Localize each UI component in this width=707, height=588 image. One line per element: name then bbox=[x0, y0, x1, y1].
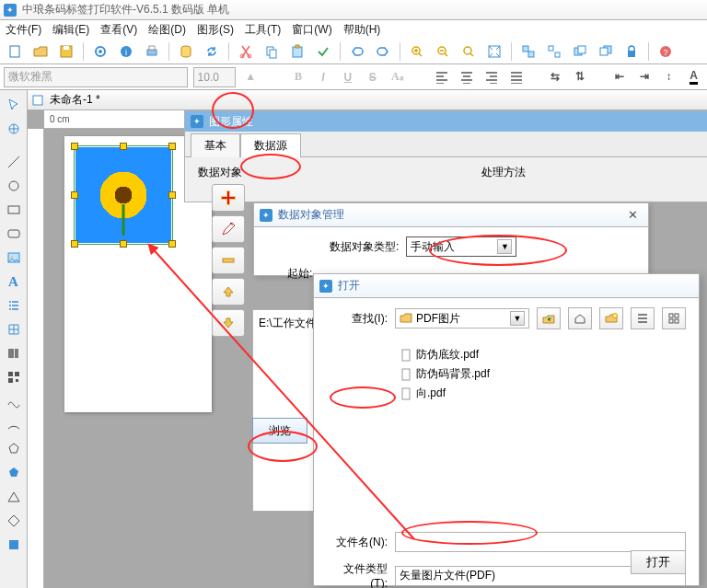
new-folder-button[interactable] bbox=[599, 307, 623, 329]
redo-button[interactable] bbox=[372, 40, 394, 63]
data-remove-button[interactable] bbox=[212, 247, 245, 274]
dom-close-button[interactable]: ✕ bbox=[622, 207, 643, 224]
italic-button[interactable]: I bbox=[313, 67, 332, 87]
strike-button[interactable]: S bbox=[363, 67, 382, 87]
menu-shape[interactable]: 图形(S) bbox=[197, 22, 234, 38]
handle-ml[interactable] bbox=[71, 191, 78, 199]
handle-mr[interactable] bbox=[168, 191, 176, 199]
underline-button[interactable]: U bbox=[338, 67, 357, 87]
subscript-button[interactable]: Aₐ bbox=[388, 67, 407, 87]
zoom-fit-button[interactable] bbox=[458, 40, 480, 63]
browse-button[interactable]: 浏览 bbox=[252, 418, 307, 444]
selection-box[interactable] bbox=[74, 145, 173, 245]
text-vertical-button[interactable]: ↕ bbox=[659, 67, 678, 87]
select-tool[interactable] bbox=[3, 94, 25, 116]
home-button[interactable] bbox=[568, 307, 592, 329]
open-button[interactable] bbox=[29, 40, 52, 63]
data-add-button[interactable] bbox=[212, 184, 245, 212]
align-justify-button[interactable] bbox=[506, 67, 526, 87]
save-button[interactable] bbox=[55, 40, 77, 63]
file-item[interactable]: 防伪底纹.pdf bbox=[400, 347, 681, 363]
database-button[interactable] bbox=[175, 40, 197, 63]
zoom-actual-button[interactable] bbox=[483, 40, 505, 63]
barcode-tool[interactable] bbox=[3, 342, 25, 364]
document-tab[interactable]: 未命名-1 * bbox=[28, 90, 707, 110]
help-toolbar-button[interactable]: ? bbox=[655, 40, 677, 63]
data-up-button[interactable] bbox=[212, 278, 245, 306]
diamond-tool[interactable] bbox=[3, 510, 25, 532]
image-tool[interactable] bbox=[3, 247, 25, 269]
indent-inc-button[interactable]: ⇥ bbox=[634, 67, 654, 87]
text-tool[interactable]: A bbox=[3, 271, 25, 293]
up-folder-button[interactable] bbox=[537, 307, 561, 329]
copy-button[interactable] bbox=[261, 40, 283, 63]
menu-tools[interactable]: 工具(T) bbox=[245, 22, 281, 38]
send-back-button[interactable] bbox=[595, 40, 617, 63]
paste-button[interactable] bbox=[286, 40, 308, 63]
file-name-input[interactable] bbox=[395, 532, 686, 552]
star-tool[interactable] bbox=[3, 462, 25, 484]
align-right-button[interactable] bbox=[481, 67, 501, 87]
data-edit-button[interactable] bbox=[212, 215, 245, 243]
curve-tool[interactable] bbox=[3, 390, 25, 412]
data-down-button[interactable] bbox=[212, 309, 245, 337]
view-list-button[interactable] bbox=[631, 307, 655, 329]
cut-button[interactable] bbox=[235, 40, 257, 63]
arc-tool[interactable] bbox=[3, 414, 25, 436]
undo-button[interactable] bbox=[346, 40, 368, 63]
dom-type-combo[interactable]: 手动输入 ▼ bbox=[406, 236, 516, 257]
ungroup-button[interactable] bbox=[543, 40, 565, 63]
lock-button[interactable] bbox=[620, 40, 643, 63]
spacing-char-button[interactable]: ⇆ bbox=[546, 67, 565, 87]
align-left-button[interactable] bbox=[432, 67, 451, 87]
handle-br[interactable] bbox=[168, 240, 176, 248]
handle-bm[interactable] bbox=[120, 240, 127, 248]
file-item[interactable]: 向.pdf bbox=[400, 386, 681, 401]
menu-edit[interactable]: 编辑(E) bbox=[52, 22, 89, 38]
look-in-combo[interactable]: PDF图片 ▼ bbox=[395, 308, 529, 329]
dom-dialog-titlebar[interactable]: ✦ 数据对象管理 ✕ bbox=[254, 203, 648, 227]
settings-button[interactable] bbox=[89, 40, 111, 63]
info-button[interactable]: i bbox=[115, 40, 137, 63]
circle-tool[interactable] bbox=[3, 175, 25, 197]
group-button[interactable] bbox=[517, 40, 539, 63]
grid-tool[interactable] bbox=[3, 318, 25, 340]
qrcode-tool[interactable] bbox=[3, 366, 25, 388]
tab-datasource[interactable]: 数据源 bbox=[240, 133, 301, 157]
open-confirm-button[interactable]: 打开 bbox=[631, 550, 686, 574]
indent-dec-button[interactable]: ⇤ bbox=[609, 67, 629, 87]
view-detail-button[interactable] bbox=[662, 307, 686, 329]
font-size-up-button[interactable]: ▲ bbox=[241, 67, 261, 87]
roundrect-tool[interactable] bbox=[3, 223, 25, 245]
bring-front-button[interactable] bbox=[569, 40, 591, 63]
spacing-line-button[interactable]: ⇅ bbox=[571, 67, 590, 87]
polygon-tool[interactable] bbox=[3, 438, 25, 460]
menu-help[interactable]: 帮助(H) bbox=[343, 22, 381, 38]
file-item[interactable]: 防伪码背景.pdf bbox=[400, 366, 681, 382]
pan-tool[interactable] bbox=[3, 118, 25, 140]
handle-tm[interactable] bbox=[120, 143, 127, 150]
menu-window[interactable]: 窗口(W) bbox=[292, 22, 331, 38]
refresh-button[interactable] bbox=[201, 40, 223, 63]
font-size-combo[interactable]: 10.0 bbox=[193, 67, 236, 87]
menu-view[interactable]: 查看(V) bbox=[100, 22, 137, 38]
rect-tool[interactable] bbox=[3, 199, 25, 221]
triangle-tool[interactable] bbox=[3, 486, 25, 508]
open-dialog-titlebar[interactable]: ✦ 打开 bbox=[314, 274, 699, 298]
zoom-out-button[interactable] bbox=[432, 40, 454, 63]
menu-draw[interactable]: 绘图(D) bbox=[148, 22, 186, 38]
align-center-button[interactable] bbox=[457, 67, 476, 87]
fill-tool[interactable] bbox=[3, 534, 25, 556]
bold-button[interactable]: B bbox=[289, 67, 308, 87]
zoom-in-button[interactable] bbox=[406, 40, 428, 63]
handle-tr[interactable] bbox=[168, 143, 176, 150]
handle-bl[interactable] bbox=[71, 240, 78, 248]
print-button[interactable] bbox=[141, 40, 163, 63]
new-button[interactable] bbox=[4, 40, 26, 63]
menu-file[interactable]: 文件(F) bbox=[6, 22, 41, 38]
file-list[interactable]: 防伪底纹.pdf 防伪码背景.pdf 向.pdf bbox=[395, 339, 686, 458]
list-tool[interactable] bbox=[3, 294, 25, 317]
font-name-combo[interactable]: 微软雅黑 bbox=[4, 67, 188, 87]
line-tool[interactable] bbox=[3, 151, 25, 173]
text-color-button[interactable]: A bbox=[684, 67, 703, 87]
